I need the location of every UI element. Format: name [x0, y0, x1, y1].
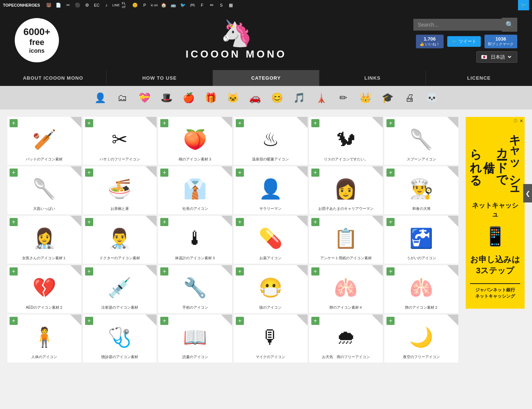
nav-icon-4[interactable]: ⚫ — [74, 1, 81, 9]
icon-card[interactable]: +🐿リスのアイコンですたい。 — [309, 117, 383, 165]
add-to-collection-button[interactable]: + — [85, 169, 93, 177]
icon-card[interactable]: +😷咳のアイコン — [234, 265, 308, 313]
add-to-collection-button[interactable]: + — [85, 119, 93, 127]
icon-card[interactable]: +👨‍🍳和食の大将 — [384, 166, 458, 214]
nav-icon-2[interactable]: 📄 — [55, 1, 62, 9]
add-to-collection-button[interactable]: + — [85, 267, 93, 275]
nav-how-to-use[interactable]: HOW TO USE — [106, 70, 213, 86]
cat-grad-icon[interactable]: 🎓 — [380, 90, 395, 105]
add-to-collection-button[interactable]: + — [10, 317, 18, 325]
tweet-button[interactable]: 🐦 ツイート — [447, 36, 481, 47]
icon-card[interactable]: +✂ハサミのフリーアイコン — [83, 117, 157, 165]
cat-hat-icon[interactable]: 🎩 — [159, 90, 174, 105]
twitter-button[interactable]: 🐦 — [518, 0, 529, 10]
language-selector[interactable]: 🇯🇵 日本語 English — [476, 51, 517, 63]
add-to-collection-button[interactable]: + — [311, 317, 319, 325]
nav-licence[interactable]: LICENCE — [426, 70, 532, 86]
nav-icon-flat[interactable]: FL AT — [122, 1, 129, 9]
icon-card[interactable]: +🌡体温計のアイコン素材３ — [158, 216, 232, 264]
cat-building-icon[interactable]: 🗼 — [314, 90, 329, 105]
nav-category[interactable]: CATEGORY — [213, 70, 319, 86]
cat-animal-icon[interactable]: 🐱 — [225, 90, 240, 105]
nav-icon-3[interactable]: ✂ — [64, 1, 72, 9]
add-to-collection-button[interactable]: + — [386, 267, 395, 275]
add-to-collection-button[interactable]: + — [85, 317, 93, 325]
lang-dropdown[interactable]: 日本語 English — [489, 54, 512, 60]
icon-card[interactable]: +👩‍⚕女医さんのアイコン素材１ — [7, 216, 81, 264]
nav-icon-f[interactable]: F — [199, 1, 206, 9]
icon-card[interactable]: +🫁肺のアイコン素材２ — [384, 265, 458, 313]
add-to-collection-button[interactable]: + — [386, 169, 395, 177]
icon-card[interactable]: +🥄大匙いっぱい — [7, 166, 81, 214]
icon-card[interactable]: +♨温泉宿の暖簾アイコン — [234, 117, 308, 165]
add-to-collection-button[interactable]: + — [236, 169, 244, 177]
nav-about[interactable]: ABOUT ICOOON MONO — [0, 70, 106, 86]
add-to-collection-button[interactable]: + — [311, 169, 319, 177]
ad-close-button[interactable]: ✕ — [519, 118, 523, 124]
cat-face-icon[interactable]: 😊 — [270, 90, 284, 105]
icon-card[interactable]: +👔社長のアイコン — [158, 166, 232, 214]
add-to-collection-button[interactable]: + — [236, 317, 244, 325]
cat-pencil-icon[interactable]: ✏ — [336, 90, 351, 105]
add-to-collection-button[interactable]: + — [236, 119, 244, 127]
nav-icon-grid[interactable]: ▦ — [227, 1, 235, 9]
add-to-collection-button[interactable]: + — [311, 218, 319, 226]
icon-card[interactable]: +🥄スプーンアイコン — [384, 117, 458, 165]
icon-card[interactable]: +🎙マイクのアイコン — [234, 315, 308, 363]
nav-icon-pen[interactable]: ✏ — [208, 1, 216, 9]
add-to-collection-button[interactable]: + — [160, 218, 168, 226]
icon-card[interactable]: +🩺聴診器のアイコン素材 — [83, 315, 157, 363]
cat-folder-icon[interactable]: 🗂 — [115, 90, 130, 105]
icon-card[interactable]: +🍜お茶碗と著 — [83, 166, 157, 214]
add-to-collection-button[interactable]: + — [10, 169, 18, 177]
icon-card[interactable]: +🔧手術のアイコン — [158, 265, 232, 313]
nav-icon-game[interactable]: 🎮 — [189, 1, 196, 9]
icon-card[interactable]: +👤サラリーマン — [234, 166, 308, 214]
nav-icon-1[interactable]: 🐻 — [45, 1, 53, 9]
cat-music-icon[interactable]: 🎵 — [292, 90, 307, 105]
icon-card[interactable]: +🍑桃のアイコン素材３ — [158, 117, 232, 165]
add-to-collection-button[interactable]: + — [10, 119, 18, 127]
nav-icon-house[interactable]: 🏠 — [160, 1, 168, 9]
icon-card[interactable]: +👩お団子あたまのキャリアウーマン — [309, 166, 383, 214]
icon-card[interactable]: +💔AEDのアイコン素材２ — [7, 265, 81, 313]
cat-gift-icon[interactable]: 🎁 — [203, 90, 218, 105]
cat-apple-icon[interactable]: 🍎 — [181, 90, 196, 105]
icon-card[interactable]: +👨‍⚕ドクターのアイコン素材 — [83, 216, 157, 264]
nav-icon-p[interactable]: P — [141, 1, 148, 9]
cat-heart-icon[interactable]: 💝 — [137, 90, 152, 105]
bookmark-button[interactable]: 1036 BIブックマーク — [484, 35, 517, 48]
icon-card[interactable]: +🧍人体のアイコン — [7, 315, 81, 363]
cat-printer-icon[interactable]: 🖨 — [402, 90, 417, 105]
nav-icon-smile[interactable]: 😊 — [132, 1, 139, 9]
add-to-collection-button[interactable]: + — [236, 267, 244, 275]
facebook-button[interactable]: 1.706 👍 いいね！ — [416, 35, 444, 48]
icon-card[interactable]: +📋アンケート用紙のアイコン素材 — [309, 216, 383, 264]
icon-card[interactable]: +🏏バットのアイコン素材 — [7, 117, 81, 165]
add-to-collection-button[interactable]: + — [10, 218, 18, 226]
add-to-collection-button[interactable]: + — [386, 317, 395, 325]
add-to-collection-button[interactable]: + — [236, 218, 244, 226]
add-to-collection-button[interactable]: + — [85, 218, 93, 226]
search-button[interactable]: 🔍 — [502, 18, 517, 32]
cat-skull-icon[interactable]: 💀 — [424, 90, 439, 105]
icon-card[interactable]: +🌧お天気 雨のフリーアイコン — [309, 315, 383, 363]
add-to-collection-button[interactable]: + — [10, 267, 18, 275]
search-input[interactable] — [413, 19, 502, 31]
add-to-collection-button[interactable]: + — [386, 218, 395, 226]
add-to-collection-button[interactable]: + — [311, 267, 319, 275]
add-to-collection-button[interactable]: + — [386, 119, 395, 127]
icon-card[interactable]: +💊お薬アイコン — [234, 216, 308, 264]
nav-icon-s[interactable]: S — [218, 1, 225, 9]
add-to-collection-button[interactable]: + — [160, 317, 168, 325]
nav-icon-line[interactable]: LINE — [112, 1, 120, 9]
cat-crown-icon[interactable]: 👑 — [358, 90, 373, 105]
nav-icon-ec[interactable]: EC — [93, 1, 101, 9]
nav-icon-bird[interactable]: 🐦 — [179, 1, 187, 9]
icon-card[interactable]: +🚰うがいのアイコン — [384, 216, 458, 264]
nav-links[interactable]: LINKS — [319, 70, 426, 86]
icon-card[interactable]: +📖読書のアイコン — [158, 315, 232, 363]
nav-icon-bus[interactable]: 🚌 — [170, 1, 177, 9]
add-to-collection-button[interactable]: + — [311, 119, 319, 127]
icon-card[interactable]: +🌙夜空のフリーアイコン — [384, 315, 458, 363]
